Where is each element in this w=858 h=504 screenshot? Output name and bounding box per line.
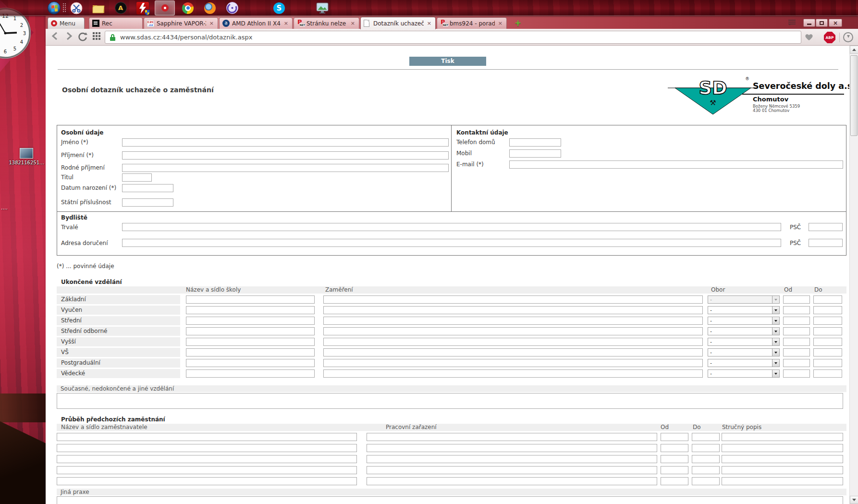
minimize-button[interactable] — [803, 19, 815, 27]
od-input[interactable] — [783, 359, 810, 367]
do-input[interactable] — [813, 359, 842, 367]
tab-sapphire[interactable]: CZC.cz Sapphire VAPOR-X R7 3 × — [144, 17, 218, 29]
emp-od-input[interactable] — [661, 477, 688, 485]
obor-select[interactable]: - — [708, 338, 780, 346]
obor-select[interactable]: - — [708, 348, 780, 356]
obor-select[interactable]: - — [708, 317, 780, 325]
scroll-up-button[interactable] — [850, 46, 858, 54]
emp-od-input[interactable] — [661, 466, 688, 474]
school-input[interactable] — [186, 317, 315, 325]
tab-close-icon[interactable]: × — [283, 20, 289, 26]
other-education-textarea[interactable] — [57, 393, 843, 409]
obor-select[interactable]: - — [708, 359, 780, 367]
tab-close-icon[interactable]: × — [497, 20, 503, 26]
browser-menu-button[interactable]: Menu — [48, 17, 85, 29]
school-input[interactable] — [186, 306, 315, 314]
scrollbar-thumb[interactable] — [850, 55, 858, 136]
close-button[interactable]: × — [829, 19, 842, 27]
do-input[interactable] — [813, 348, 842, 356]
tab-close-icon[interactable]: × — [208, 20, 215, 26]
emp-desc-input[interactable] — [722, 455, 843, 463]
focus-input[interactable] — [323, 295, 703, 304]
adblock-plus-icon[interactable]: ABP — [824, 32, 835, 43]
tab-rec[interactable]: Rec — [89, 17, 143, 29]
address-bar[interactable] — [105, 31, 801, 44]
focus-input[interactable] — [323, 306, 703, 314]
adresa-doruceni-input[interactable] — [122, 239, 781, 247]
do-input[interactable] — [813, 338, 842, 346]
taskbar-snippingtool-button[interactable] — [66, 0, 86, 15]
taskbar-bittorrent-button[interactable] — [222, 0, 242, 15]
tab-close-icon[interactable]: × — [426, 20, 432, 26]
datum-narozeni-input[interactable] — [122, 184, 173, 192]
od-input[interactable] — [783, 348, 810, 356]
position-input[interactable] — [367, 444, 657, 452]
od-input[interactable] — [783, 369, 810, 378]
employer-input[interactable] — [57, 477, 357, 485]
back-button[interactable] — [50, 31, 60, 41]
trvale-psc-input[interactable] — [809, 223, 843, 231]
obor-select[interactable]: - — [708, 327, 780, 335]
od-input[interactable] — [783, 306, 810, 314]
focus-input[interactable] — [323, 338, 703, 346]
school-input[interactable] — [186, 348, 315, 356]
school-input[interactable] — [186, 327, 315, 335]
forward-button[interactable] — [64, 31, 74, 41]
emp-do-input[interactable] — [692, 466, 720, 474]
taskbar-flash-security-button[interactable] — [133, 0, 153, 15]
position-input[interactable] — [367, 455, 657, 463]
employer-input[interactable] — [57, 444, 357, 452]
taskbar-chrome-button[interactable] — [178, 0, 198, 15]
taskbar-firefox-button[interactable] — [200, 0, 220, 15]
od-input[interactable] — [783, 338, 810, 346]
do-input[interactable] — [813, 317, 842, 325]
taskbar-skype-button[interactable]: S — [269, 0, 289, 15]
obor-select[interactable]: - — [708, 295, 780, 304]
tab-dotaznik-active[interactable]: Dotazník uchazeče o za × — [360, 17, 436, 29]
position-input[interactable] — [367, 477, 657, 485]
scroll-down-button[interactable] — [850, 496, 858, 504]
statni-prislusnost-input[interactable] — [122, 198, 173, 207]
position-input[interactable] — [367, 466, 657, 474]
emp-od-input[interactable] — [661, 455, 688, 463]
other-practice-textarea[interactable] — [57, 496, 843, 504]
school-input[interactable] — [186, 359, 315, 367]
do-input[interactable] — [813, 327, 842, 335]
new-tab-button[interactable]: + — [513, 19, 523, 27]
focus-input[interactable] — [323, 359, 703, 367]
trvale-input[interactable] — [122, 223, 781, 231]
prijmeni-input[interactable] — [122, 151, 449, 160]
mobil-input[interactable] — [509, 149, 561, 158]
emp-desc-input[interactable] — [722, 466, 843, 474]
position-input[interactable] — [367, 433, 657, 441]
tab-amd[interactable]: a AMD Athlon II X4 640 - × — [219, 17, 293, 29]
od-input[interactable] — [783, 295, 810, 304]
download-icon[interactable] — [843, 32, 853, 42]
employer-input[interactable] — [57, 466, 357, 474]
focus-input[interactable] — [323, 327, 703, 335]
start-button[interactable] — [48, 1, 61, 14]
school-input[interactable] — [186, 369, 315, 378]
rodne-prijmeni-input[interactable] — [122, 164, 449, 172]
maximize-button[interactable] — [816, 19, 828, 27]
emp-do-input[interactable] — [692, 444, 720, 452]
employer-input[interactable] — [57, 455, 357, 463]
print-button[interactable]: Tisk — [409, 57, 486, 66]
emp-desc-input[interactable] — [722, 477, 843, 485]
emp-od-input[interactable] — [661, 444, 688, 452]
od-input[interactable] — [783, 327, 810, 335]
adresa-psc-input[interactable] — [809, 239, 843, 247]
od-input[interactable] — [783, 317, 810, 325]
speeddial-grid-icon[interactable] — [92, 31, 101, 41]
tab-error-page[interactable]: PNET Stránku nelze zobrazit - × — [294, 17, 359, 29]
emp-desc-input[interactable] — [722, 444, 843, 452]
url-input[interactable] — [119, 33, 801, 41]
desktop-file-icon[interactable]: 1382116251... — [6, 148, 47, 165]
titul-input[interactable] — [122, 173, 152, 182]
bookmark-heart-icon[interactable] — [805, 33, 813, 41]
emp-do-input[interactable] — [692, 477, 720, 485]
jmeno-input[interactable] — [122, 138, 449, 147]
emp-do-input[interactable] — [692, 433, 720, 441]
email-input[interactable] — [509, 160, 843, 169]
obor-select[interactable]: - — [708, 306, 780, 314]
